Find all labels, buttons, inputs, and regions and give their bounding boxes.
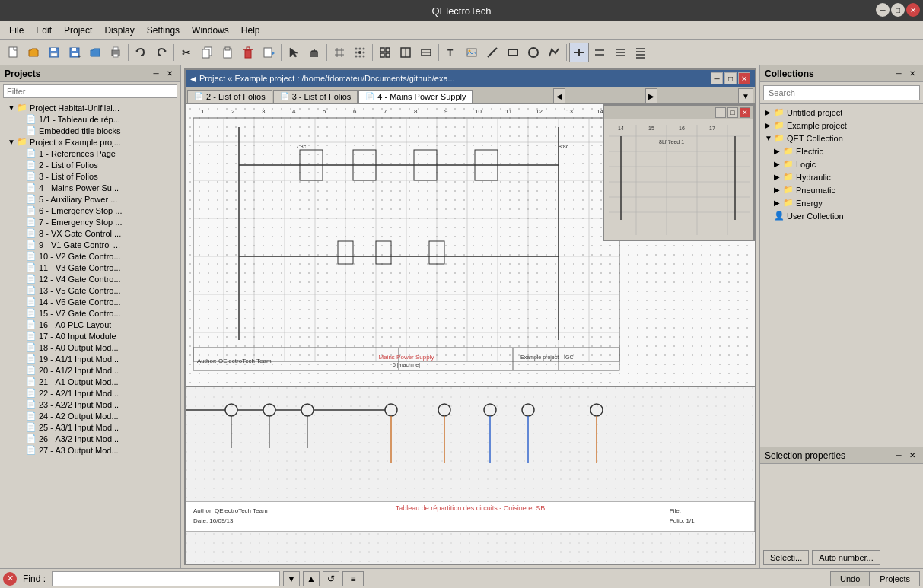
open-button[interactable] [24,43,43,62]
rect-button[interactable] [503,43,523,62]
diagram-area[interactable]: 123 456 789 101112 131415 [186,104,755,564]
tree-item-p2-21[interactable]: 📄 21 - A1 Output Mod... [2,376,179,387]
tree-item-p2-25[interactable]: 📄 25 - A3/1 Input Mod... [2,421,179,433]
snap-button[interactable] [350,43,370,62]
fit-button[interactable] [375,43,395,62]
menu-settings[interactable]: Settings [141,24,186,37]
cut-button[interactable]: ✂ [177,43,196,62]
tree-item-p2-24[interactable]: 📄 24 - A2 Output Mod... [2,410,179,421]
menu-display[interactable]: Display [98,24,140,37]
coll-item-user[interactable]: 👤 User Collection [762,209,921,222]
project-restore-button[interactable]: □ [724,72,737,84]
folio-tab-2[interactable]: 📄 2 - List of Folios [187,90,272,103]
project-close-button[interactable]: ✕ [738,72,750,84]
selection-props-minimize[interactable]: ─ [893,450,905,462]
projects-tab[interactable]: Projects [870,571,920,586]
project-minimize-button[interactable]: ─ [711,72,723,84]
select-button[interactable]: Selecti... [763,550,809,565]
auto-number-button[interactable]: Auto number... [812,550,880,565]
find-next-button[interactable]: ▲ [303,571,320,586]
delete-button[interactable] [238,43,258,62]
projects-panel-minimize[interactable]: ─ [150,68,162,80]
hand-button[interactable] [304,43,324,62]
menu-windows[interactable]: Windows [186,24,235,37]
redo-button[interactable] [151,43,171,62]
coll-item-pneumatic[interactable]: ▶ 📁 Pneumatic [762,183,921,196]
filter-input[interactable] [3,84,177,98]
image-button[interactable] [462,43,482,62]
secondary-close[interactable]: ✕ [740,107,750,118]
minimize-button[interactable]: ─ [876,3,890,17]
selection-props-close[interactable]: ✕ [906,450,918,462]
zoom-width-button[interactable] [416,43,436,62]
tree-item-p2-17[interactable]: 📄 17 - A0 Input Module [2,330,179,342]
find-refresh-button[interactable]: ↺ [323,571,339,586]
tree-item-p2-15[interactable]: 📄 15 - V7 Gate Contro... [2,307,179,319]
collections-panel-minimize[interactable]: ─ [893,68,905,80]
tree-item-p2-1[interactable]: 📄 1 - References Page [2,148,179,159]
zoom-page-button[interactable] [396,43,415,62]
menu-edit[interactable]: Edit [30,24,58,37]
open-project-button[interactable] [85,43,105,62]
tree-item-proj1[interactable]: ▼ 📁 Project Habitat-Unifilai... [2,102,179,113]
tree-item-p2-27[interactable]: 📄 27 - A3 Output Mod... [2,444,179,456]
menu-project[interactable]: Project [58,24,98,37]
tree-item-p2-3[interactable]: 📄 3 - List of Folios [2,170,179,182]
coll-item-untitled[interactable]: ▶ 📁 Untitled project [762,106,921,119]
tree-item-p2-5[interactable]: 📄 5 - Auxiliary Power ... [2,193,179,205]
undo-button[interactable] [131,43,151,62]
conductor2-button[interactable] [590,43,609,62]
find-prev-button[interactable]: ▼ [283,571,300,586]
tree-item-p2-12[interactable]: 📄 12 - V4 Gate Contro... [2,273,179,284]
tree-item-embed[interactable]: 📄 Embedded title blocks [2,125,179,136]
find-input[interactable] [52,571,280,586]
coll-item-example[interactable]: ▶ 📁 Example project [762,119,921,132]
conductor4-button[interactable] [631,43,651,62]
close-find-button[interactable]: ✕ [3,572,17,586]
coll-item-qet[interactable]: ▼ 📁 QET Collection [762,132,921,145]
circle-button[interactable] [524,43,543,62]
tree-item-p2-8[interactable]: 📄 8 - VX Gate Control ... [2,227,179,239]
coll-item-logic[interactable]: ▶ 📁 Logic [762,157,921,170]
tree-item-p2-2[interactable]: 📄 2 - List of Folios [2,159,179,170]
tree-item-p2-11[interactable]: 📄 11 - V3 Gate Contro... [2,262,179,273]
print-button[interactable] [106,43,126,62]
conductor-button[interactable] [569,43,589,62]
close-button[interactable]: ✕ [906,3,920,17]
new-button[interactable] [3,43,23,62]
find-options-button[interactable]: ≡ [342,571,364,586]
tree-item-p2-4[interactable]: 📄 4 - Mains Power Su... [2,182,179,193]
folio-nav-prev[interactable]: ◀ [553,88,565,103]
tree-item-p2-7[interactable]: 📄 7 - Emergency Stop ... [2,216,179,227]
coll-item-electric[interactable]: ▶ 📁 Electric [762,145,921,157]
grid-button[interactable] [329,43,349,62]
save-as-button[interactable]: + [65,43,84,62]
collections-search-input[interactable] [763,85,920,100]
project-window-arrow-left[interactable]: ◀ [190,75,196,83]
tree-item-title11[interactable]: 📄 1/1 - Tableau de rép... [2,113,179,125]
tree-item-p2-22[interactable]: 📄 22 - A2/1 Input Mod... [2,387,179,399]
tree-item-p2-14[interactable]: 📄 14 - V6 Gate Contro... [2,296,179,307]
tree-item-p2-26[interactable]: 📄 26 - A3/2 Input Mod... [2,433,179,444]
secondary-maximize[interactable]: □ [727,107,738,118]
copy-button[interactable] [197,43,217,62]
save-button[interactable] [44,43,64,62]
maximize-button[interactable]: □ [891,3,905,17]
projects-panel-close[interactable]: ✕ [164,68,176,80]
secondary-minimize[interactable]: ─ [715,107,726,118]
line-button[interactable] [482,43,502,62]
poly-button[interactable] [544,43,564,62]
folio-tab-4[interactable]: 📄 4 - Mains Power Supply [358,90,473,103]
text-button[interactable]: T [441,43,461,62]
coll-item-energy[interactable]: ▶ 📁 Energy [762,196,921,209]
export-button[interactable] [259,43,278,62]
folio-tab-3[interactable]: 📄 3 - List of Folios [273,90,358,103]
paste-button[interactable] [218,43,237,62]
undo-tab[interactable]: Undo [830,571,870,586]
select-button[interactable] [284,43,304,62]
folio-menu[interactable]: ▼ [738,88,753,103]
menu-help[interactable]: Help [235,24,266,37]
menu-file[interactable]: File [3,24,30,37]
tree-item-p2-19[interactable]: 📄 19 - A1/1 Input Mod... [2,353,179,364]
coll-item-hydraulic[interactable]: ▶ 📁 Hydraulic [762,170,921,183]
